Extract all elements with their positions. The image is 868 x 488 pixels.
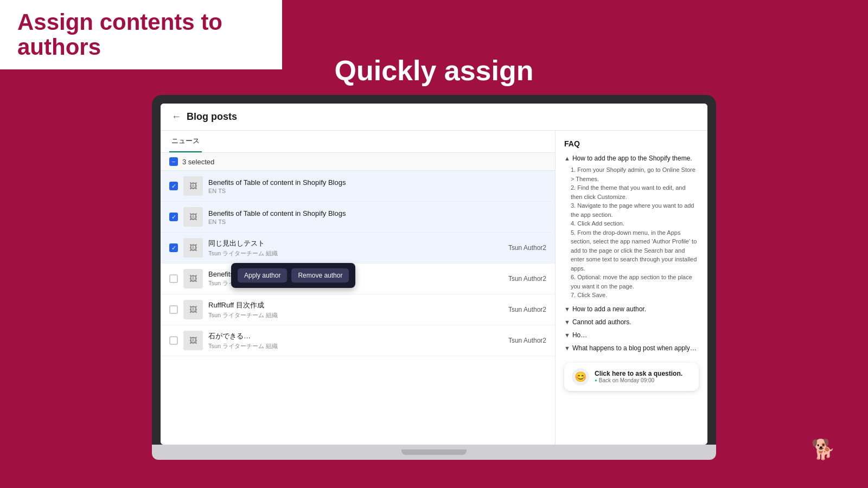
- faq-question-text-3: Cannot add authors.: [572, 318, 631, 326]
- faq-question-1[interactable]: ▲ How to add the app to the Shopify them…: [564, 155, 699, 162]
- post-meta-6: Tsun ライターチーム 組織: [208, 342, 503, 350]
- faq-arrow-5: ▼: [564, 345, 570, 351]
- selection-count: 3 selected: [182, 158, 214, 166]
- post-thumbnail-1: 🖼: [183, 176, 203, 196]
- faq-arrow-1: ▲: [564, 155, 570, 162]
- post-title-5: RuffRuff 目次作成: [208, 300, 503, 310]
- post-meta-2: EN TS: [208, 219, 546, 225]
- faq-answer-1: 1. From your Shopify admin, go to Online…: [571, 165, 699, 300]
- table-row: 🖼 石ができる… Tsun ライターチーム 組織 Tsun Author2: [161, 325, 555, 356]
- faq-item-5: ▼ What happens to a blog post when apply…: [564, 344, 699, 352]
- post-checkbox-1[interactable]: ✓: [169, 182, 178, 190]
- post-author-3: Tsun Author2: [508, 244, 546, 252]
- laptop-base-notch: [401, 450, 467, 455]
- laptop-wrapper: ← Blog posts ニュース − 3 selected: [152, 95, 716, 466]
- faq-arrow-2: ▼: [564, 306, 570, 312]
- faq-question-4[interactable]: ▼ Ho…: [564, 331, 699, 339]
- right-panel: FAQ ▲ How to add the app to the Shopify …: [556, 131, 707, 445]
- post-thumbnail-3: 🖼: [183, 238, 203, 258]
- post-title-2: Benefits of Table of content in Shopify …: [208, 209, 546, 217]
- post-meta-5: Tsun ライターチーム 組織: [208, 311, 503, 319]
- post-checkbox-2[interactable]: ✓: [169, 213, 178, 221]
- chat-avatar: 😊: [572, 368, 589, 386]
- faq-question-5[interactable]: ▼ What happens to a blog post when apply…: [564, 344, 699, 352]
- dog-icon: 🐕: [811, 438, 835, 461]
- table-row: ✓ 🖼 Benefits of Table of content in Shop…: [161, 202, 555, 233]
- post-checkbox-6[interactable]: [169, 336, 178, 345]
- post-author-6: Tsun Author2: [508, 337, 546, 344]
- table-row: ✓ 🖼 同じ見出しテスト Tsun ライターチーム 組織 Tsun Author…: [161, 233, 555, 264]
- chat-status: Back on Monday 09:00: [595, 377, 682, 383]
- faq-question-2[interactable]: ▼ How to add a new author.: [564, 305, 699, 313]
- faq-question-text-2: How to add a new author.: [572, 305, 646, 313]
- faq-item-1: ▲ How to add the app to the Shopify them…: [564, 155, 699, 300]
- tab-bar: ニュース: [161, 131, 555, 153]
- faq-question-text-4: Ho…: [572, 331, 587, 339]
- selection-bar: − 3 selected: [161, 153, 555, 171]
- post-info-1: Benefits of Table of content in Shopify …: [208, 178, 546, 194]
- post-thumbnail-5: 🖼: [183, 300, 203, 319]
- screen-header: ← Blog posts: [161, 104, 707, 131]
- remove-author-button[interactable]: Remove author: [291, 268, 349, 282]
- faq-item-4: ▼ Ho…: [564, 331, 699, 339]
- faq-question-text-1: How to add the app to the Shopify theme.: [572, 155, 692, 162]
- post-info-6: 石ができる… Tsun ライターチーム 組織: [208, 331, 503, 350]
- table-row: ✓ 🖼 Benefits of Table of content in Shop…: [161, 171, 555, 202]
- post-thumbnail-4: 🖼: [183, 269, 203, 288]
- table-row: 🖼 RuffRuff 目次作成 Tsun ライターチーム 組織 Tsun Aut…: [161, 294, 555, 325]
- post-checkbox-5[interactable]: [169, 305, 178, 314]
- post-checkbox-4[interactable]: [169, 274, 178, 283]
- post-meta-3: Tsun ライターチーム 組織: [208, 249, 503, 258]
- posts-list: ✓ 🖼 Benefits of Table of content in Shop…: [161, 171, 555, 445]
- faq-item-3: ▼ Cannot add authors.: [564, 318, 699, 326]
- chat-text: Click here to ask a question. Back on Mo…: [595, 370, 682, 383]
- screen-body: ニュース − 3 selected ✓ 🖼 Benefits of Table …: [161, 131, 707, 445]
- table-row: 🖼 Benefits of Table of content in Shopif…: [161, 264, 555, 294]
- left-panel: ニュース − 3 selected ✓ 🖼 Benefits of Table …: [161, 131, 556, 445]
- apply-author-button[interactable]: Apply author: [238, 268, 287, 282]
- post-title-1: Benefits of Table of content in Shopify …: [208, 178, 546, 187]
- post-meta-1: EN TS: [208, 188, 546, 194]
- chat-title: Click here to ask a question.: [595, 370, 682, 377]
- post-title-6: 石ができる…: [208, 331, 503, 341]
- post-thumbnail-2: 🖼: [183, 207, 203, 227]
- page-title: Blog posts: [187, 111, 237, 123]
- laptop-base: [152, 445, 716, 460]
- select-all-checkbox[interactable]: −: [169, 157, 178, 166]
- chat-avatar-icon: 😊: [575, 371, 586, 383]
- faq-arrow-3: ▼: [564, 319, 570, 325]
- faq-question-3[interactable]: ▼ Cannot add authors.: [564, 318, 699, 326]
- post-info-5: RuffRuff 目次作成 Tsun ライターチーム 組織: [208, 300, 503, 319]
- faq-title: FAQ: [564, 139, 699, 148]
- post-title-3: 同じ見出しテスト: [208, 239, 503, 248]
- tab-news[interactable]: ニュース: [169, 131, 202, 152]
- laptop-outer: ← Blog posts ニュース − 3 selected: [152, 95, 716, 445]
- main-title: Assign contents to authors: [17, 10, 265, 60]
- post-author-4: Tsun Author2: [508, 275, 546, 282]
- chat-widget[interactable]: 😊 Click here to ask a question. Back on …: [564, 363, 699, 391]
- laptop-screen: ← Blog posts ニュース − 3 selected: [161, 104, 707, 445]
- faq-item-2: ▼ How to add a new author.: [564, 305, 699, 313]
- post-info-2: Benefits of Table of content in Shopify …: [208, 209, 546, 225]
- post-checkbox-3[interactable]: ✓: [169, 243, 178, 252]
- faq-question-text-5: What happens to a blog post when apply…: [572, 344, 697, 352]
- faq-arrow-4: ▼: [564, 332, 570, 338]
- back-button[interactable]: ←: [171, 111, 181, 123]
- post-author-5: Tsun Author2: [508, 306, 546, 313]
- subtitle: Quickly assign: [0, 54, 868, 87]
- author-popup: Apply author Remove author: [231, 263, 355, 288]
- post-info-3: 同じ見出しテスト Tsun ライターチーム 組織: [208, 239, 503, 258]
- post-thumbnail-6: 🖼: [183, 331, 203, 350]
